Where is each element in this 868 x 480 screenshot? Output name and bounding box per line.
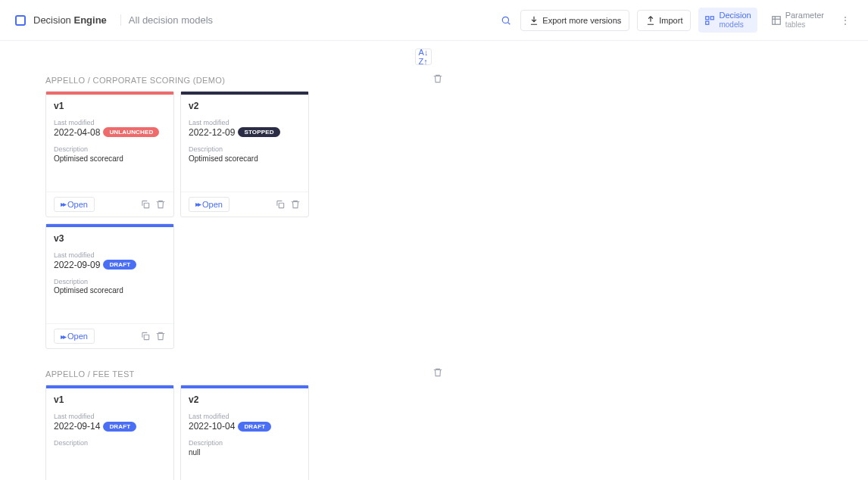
open-button[interactable]: ▸▸ Open	[189, 197, 229, 212]
open-button[interactable]: ▸▸ Open	[54, 197, 95, 212]
description-label: Description	[54, 439, 166, 447]
last-modified-label: Last modified	[54, 119, 166, 127]
svg-rect-2	[706, 16, 709, 19]
app-title: Decision Engine	[33, 14, 107, 26]
delete-icon[interactable]	[290, 199, 301, 210]
copy-icon[interactable]	[140, 199, 151, 210]
download-icon	[529, 15, 539, 26]
copy-icon[interactable]	[140, 331, 151, 341]
export-label: Export more versions	[542, 16, 621, 25]
tab1-line1: Decision	[719, 11, 751, 20]
version-card: v1Last modified2022-04-08UNLAUNCHEDDescr…	[45, 91, 174, 217]
more-menu-icon[interactable]: ⋮	[838, 15, 853, 26]
tab-parameter-tables[interactable]: Parameter tables	[765, 8, 830, 33]
last-modified-date: 2022-09-09	[54, 260, 100, 270]
copy-icon[interactable]	[275, 199, 286, 210]
svg-rect-9	[279, 203, 283, 207]
delete-group-icon[interactable]	[432, 367, 443, 380]
svg-rect-3	[711, 16, 714, 19]
header: Decision Engine All decision models Expo…	[0, 0, 868, 41]
status-badge: DRAFT	[238, 422, 271, 432]
version-card: v2Last modified2022-10-04DRAFTDescriptio…	[180, 385, 309, 480]
tab1-line2: models	[719, 20, 751, 30]
svg-point-0	[503, 17, 509, 23]
play-icon: ▸▸	[195, 200, 200, 208]
version-label: v1	[54, 394, 166, 405]
last-modified-date: 2022-09-14	[54, 421, 100, 432]
sort-button[interactable]: A↓Z↑	[415, 48, 432, 65]
play-icon: ▸▸	[61, 332, 65, 341]
tab2-line2: tables	[785, 20, 824, 30]
tab-decision-models[interactable]: Decision models	[698, 8, 757, 33]
main-content: A↓Z↑ APPELLO / CORPORATE SCORING (DEMO)v…	[0, 41, 868, 480]
app-logo-icon	[15, 15, 26, 26]
svg-rect-10	[144, 335, 148, 340]
page-title: All decision models	[120, 14, 213, 26]
description-text	[54, 447, 166, 463]
version-card: v3Last modified2022-09-09DRAFTDescriptio…	[45, 223, 174, 350]
upload-icon	[645, 15, 656, 26]
version-card: v1Last modified2022-09-14DRAFTDescriptio…	[45, 385, 174, 480]
description-text: null	[189, 447, 301, 463]
delete-icon[interactable]	[155, 199, 166, 210]
play-icon: ▸▸	[61, 200, 65, 208]
last-modified-label: Last modified	[189, 413, 301, 421]
delete-icon[interactable]	[155, 331, 166, 341]
last-modified-label: Last modified	[54, 251, 166, 260]
svg-rect-4	[706, 21, 709, 24]
import-label: Import	[659, 16, 682, 25]
import-button[interactable]: Import	[637, 10, 691, 31]
last-modified-date: 2022-12-09	[189, 127, 235, 138]
version-label: v1	[54, 101, 166, 111]
last-modified-date: 2022-04-08	[54, 127, 100, 138]
version-label: v2	[189, 101, 301, 111]
description-label: Description	[54, 145, 166, 154]
last-modified-label: Last modified	[54, 413, 166, 421]
description-text: Optimised scorecard	[54, 154, 166, 169]
models-icon	[704, 15, 715, 26]
tables-icon	[771, 15, 782, 26]
version-card: v2Last modified2022-12-09STOPPEDDescript…	[180, 91, 309, 217]
model-group: APPELLO / CORPORATE SCORING (DEMO)v1Last…	[45, 69, 443, 349]
svg-rect-5	[772, 16, 780, 24]
export-button[interactable]: Export more versions	[520, 10, 629, 31]
delete-group-icon[interactable]	[432, 73, 443, 86]
group-title: APPELLO / FEE TEST	[45, 369, 135, 379]
status-badge: STOPPED	[238, 127, 279, 137]
version-label: v3	[54, 233, 166, 244]
group-title: APPELLO / CORPORATE SCORING (DEMO)	[45, 76, 225, 85]
description-label: Description	[189, 145, 301, 154]
description-text: Optimised scorecard	[54, 285, 166, 301]
open-button[interactable]: ▸▸ Open	[54, 329, 95, 344]
svg-rect-8	[144, 203, 148, 207]
status-badge: DRAFT	[103, 260, 136, 270]
last-modified-label: Last modified	[189, 119, 301, 127]
model-group: APPELLO / FEE TESTv1Last modified2022-09…	[45, 363, 443, 480]
version-label: v2	[189, 394, 301, 405]
description-text: Optimised scorecard	[189, 154, 301, 169]
status-badge: DRAFT	[103, 422, 136, 432]
last-modified-date: 2022-10-04	[189, 421, 235, 432]
svg-line-1	[508, 22, 510, 24]
search-icon[interactable]	[499, 14, 513, 27]
tab2-line1: Parameter	[785, 11, 824, 20]
status-badge: UNLAUNCHED	[103, 127, 159, 137]
description-label: Description	[54, 278, 166, 286]
description-label: Description	[189, 439, 301, 447]
